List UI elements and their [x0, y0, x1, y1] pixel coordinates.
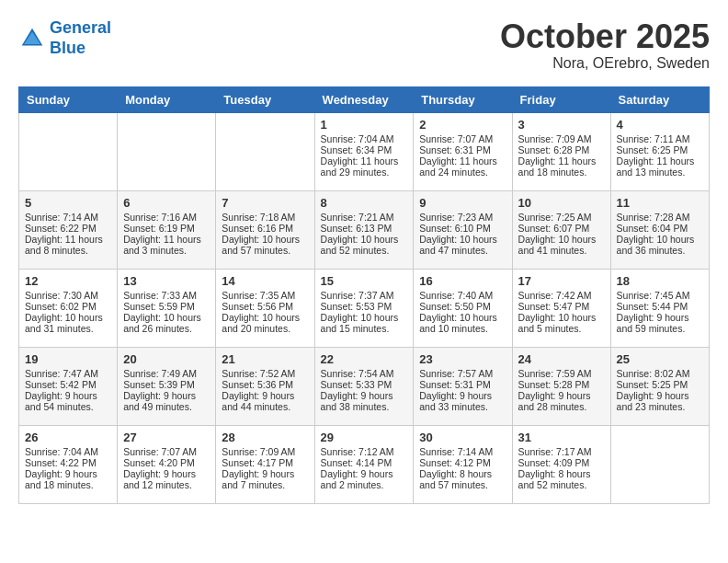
cell-info-line: Daylight: 10 hours: [321, 234, 408, 245]
cell-info-line: Daylight: 11 hours: [617, 155, 703, 167]
calendar-header-row: SundayMondayTuesdayWednesdayThursdayFrid…: [19, 86, 710, 112]
cell-info-line: Daylight: 9 hours: [123, 390, 210, 401]
cell-info-line: Daylight: 9 hours: [222, 390, 308, 401]
day-number: 10: [518, 196, 605, 210]
cell-info-line: and 38 minutes.: [321, 401, 408, 412]
cell-info-line: Daylight: 11 hours: [419, 155, 506, 167]
cell-info-line: Sunset: 4:12 PM: [419, 457, 506, 468]
cell-info-line: Sunrise: 7:54 AM: [321, 368, 408, 379]
cell-info-line: and 52 minutes.: [518, 479, 605, 490]
calendar-cell: 25Sunrise: 8:02 AMSunset: 5:25 PMDayligh…: [610, 347, 709, 425]
day-number: 30: [419, 431, 506, 444]
calendar-cell: [216, 112, 314, 190]
cell-info-line: Daylight: 10 hours: [321, 312, 408, 323]
cell-info-line: Sunset: 5:50 PM: [419, 301, 506, 312]
calendar-table: SundayMondayTuesdayWednesdayThursdayFrid…: [18, 86, 710, 504]
cell-info-line: and 15 minutes.: [321, 323, 408, 334]
calendar-cell: 17Sunrise: 7:42 AMSunset: 5:47 PMDayligh…: [512, 269, 610, 347]
cell-info-line: Sunrise: 7:07 AM: [123, 446, 210, 457]
cell-info-line: and 28 minutes.: [518, 401, 605, 412]
cell-info-line: Sunset: 5:42 PM: [25, 379, 111, 390]
day-of-week-header: Tuesday: [216, 86, 314, 112]
calendar-cell: 11Sunrise: 7:28 AMSunset: 6:04 PMDayligh…: [610, 190, 709, 269]
cell-info-line: Sunrise: 7:28 AM: [617, 212, 703, 223]
cell-info-line: Sunset: 5:53 PM: [321, 301, 408, 312]
cell-info-line: Sunrise: 7:18 AM: [222, 212, 308, 223]
cell-info-line: and 29 minutes.: [321, 167, 408, 178]
day-number: 8: [321, 196, 408, 210]
cell-info-line: Daylight: 9 hours: [321, 468, 408, 479]
day-number: 2: [419, 118, 506, 132]
cell-info-line: Sunrise: 7:57 AM: [419, 368, 506, 379]
day-number: 9: [419, 196, 506, 210]
calendar-cell: 2Sunrise: 7:07 AMSunset: 6:31 PMDaylight…: [414, 112, 512, 190]
day-number: 31: [518, 431, 605, 444]
cell-info-line: Sunrise: 7:04 AM: [25, 446, 111, 457]
cell-info-line: Sunrise: 7:21 AM: [321, 212, 408, 223]
calendar-week-row: 5Sunrise: 7:14 AMSunset: 6:22 PMDaylight…: [19, 190, 710, 269]
cell-info-line: Daylight: 10 hours: [518, 234, 605, 245]
cell-info-line: Sunrise: 8:02 AM: [617, 368, 703, 379]
day-number: 14: [222, 274, 308, 288]
day-number: 3: [518, 118, 605, 132]
cell-info-line: Sunrise: 7:14 AM: [25, 212, 111, 223]
cell-info-line: Daylight: 9 hours: [321, 390, 408, 401]
cell-info-line: Daylight: 11 hours: [518, 155, 605, 167]
cell-info-line: Daylight: 9 hours: [518, 390, 605, 401]
calendar-cell: 9Sunrise: 7:23 AMSunset: 6:10 PMDaylight…: [414, 190, 512, 269]
day-number: 24: [518, 352, 605, 366]
day-of-week-header: Monday: [118, 86, 216, 112]
cell-info-line: Sunrise: 7:23 AM: [419, 212, 506, 223]
cell-info-line: Sunset: 4:22 PM: [25, 457, 111, 468]
cell-info-line: Sunrise: 7:17 AM: [518, 446, 605, 457]
cell-info-line: Sunset: 5:44 PM: [617, 301, 703, 312]
cell-info-line: Sunrise: 7:52 AM: [222, 368, 308, 379]
cell-info-line: and 41 minutes.: [518, 245, 605, 256]
cell-info-line: and 44 minutes.: [222, 401, 308, 412]
cell-info-line: Sunset: 4:09 PM: [518, 457, 605, 468]
cell-info-line: Sunrise: 7:45 AM: [617, 290, 703, 301]
cell-info-line: Daylight: 10 hours: [518, 312, 605, 323]
logo-icon: [18, 25, 46, 52]
cell-info-line: and 52 minutes.: [321, 245, 408, 256]
calendar-cell: 13Sunrise: 7:33 AMSunset: 5:59 PMDayligh…: [118, 269, 216, 347]
cell-info-line: and 33 minutes.: [419, 401, 506, 412]
calendar-cell: 21Sunrise: 7:52 AMSunset: 5:36 PMDayligh…: [216, 347, 314, 425]
day-of-week-header: Wednesday: [314, 86, 414, 112]
cell-info-line: and 13 minutes.: [617, 167, 703, 178]
day-number: 11: [617, 196, 703, 210]
calendar-cell: 29Sunrise: 7:12 AMSunset: 4:14 PMDayligh…: [314, 425, 414, 503]
calendar-cell: 3Sunrise: 7:09 AMSunset: 6:28 PMDaylight…: [512, 112, 610, 190]
cell-info-line: and 18 minutes.: [518, 167, 605, 178]
cell-info-line: and 5 minutes.: [518, 323, 605, 334]
calendar-cell: [19, 112, 118, 190]
day-number: 21: [222, 352, 308, 366]
logo-text: General Blue: [50, 18, 111, 58]
cell-info-line: Sunset: 4:20 PM: [123, 457, 210, 468]
cell-info-line: Daylight: 10 hours: [222, 312, 308, 323]
cell-info-line: Sunset: 6:13 PM: [321, 223, 408, 234]
calendar-week-row: 12Sunrise: 7:30 AMSunset: 6:02 PMDayligh…: [19, 269, 710, 347]
day-number: 28: [222, 431, 308, 444]
cell-info-line: Daylight: 8 hours: [419, 468, 506, 479]
calendar-cell: 19Sunrise: 7:47 AMSunset: 5:42 PMDayligh…: [19, 347, 118, 425]
cell-info-line: Sunset: 4:14 PM: [321, 457, 408, 468]
calendar-cell: [118, 112, 216, 190]
title-block: October 2025 Nora, OErebro, Sweden: [500, 18, 710, 72]
day-number: 22: [321, 352, 408, 366]
calendar-cell: 24Sunrise: 7:59 AMSunset: 5:28 PMDayligh…: [512, 347, 610, 425]
cell-info-line: Sunset: 5:25 PM: [617, 379, 703, 390]
cell-info-line: and 31 minutes.: [25, 323, 111, 334]
cell-info-line: Sunrise: 7:09 AM: [518, 133, 605, 144]
day-number: 7: [222, 196, 308, 210]
cell-info-line: Sunrise: 7:47 AM: [25, 368, 111, 379]
cell-info-line: Sunset: 6:04 PM: [617, 223, 703, 234]
cell-info-line: Sunset: 6:10 PM: [419, 223, 506, 234]
calendar-cell: 31Sunrise: 7:17 AMSunset: 4:09 PMDayligh…: [512, 425, 610, 503]
calendar-cell: 20Sunrise: 7:49 AMSunset: 5:39 PMDayligh…: [118, 347, 216, 425]
cell-info-line: and 2 minutes.: [321, 479, 408, 490]
day-of-week-header: Sunday: [19, 86, 118, 112]
calendar-cell: 6Sunrise: 7:16 AMSunset: 6:19 PMDaylight…: [118, 190, 216, 269]
cell-info-line: Sunset: 6:34 PM: [321, 144, 408, 155]
cell-info-line: Sunset: 6:28 PM: [518, 144, 605, 155]
